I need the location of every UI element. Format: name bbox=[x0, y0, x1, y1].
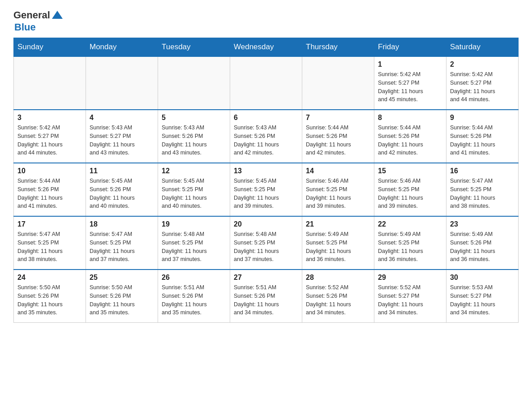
day-info-line: Daylight: 11 hours bbox=[378, 300, 442, 309]
day-info-line: Sunrise: 5:44 AM bbox=[378, 124, 442, 132]
day-info-line: Sunset: 5:25 PM bbox=[306, 185, 370, 194]
calendar-day-23: 23Sunrise: 5:49 AMSunset: 5:26 PMDayligh… bbox=[446, 216, 519, 270]
day-info-line: and 37 minutes. bbox=[234, 255, 298, 264]
day-number: 21 bbox=[306, 220, 370, 228]
day-header-tuesday: Tuesday bbox=[158, 38, 230, 57]
calendar-empty-cell bbox=[302, 56, 374, 110]
day-info-line: Sunrise: 5:52 AM bbox=[378, 283, 442, 292]
calendar-day-6: 6Sunrise: 5:43 AMSunset: 5:26 PMDaylight… bbox=[230, 110, 302, 163]
day-number: 5 bbox=[162, 114, 226, 122]
day-header-sunday: Sunday bbox=[14, 38, 86, 57]
day-info-line: and 45 minutes. bbox=[378, 95, 442, 104]
day-info-line: Sunset: 5:25 PM bbox=[234, 185, 298, 194]
calendar-day-9: 9Sunrise: 5:44 AMSunset: 5:26 PMDaylight… bbox=[446, 110, 519, 163]
day-info-line: Sunset: 5:26 PM bbox=[17, 185, 82, 194]
day-number: 25 bbox=[90, 274, 154, 282]
day-info-line: and 35 minutes. bbox=[162, 308, 226, 317]
day-info-line: Sunrise: 5:50 AM bbox=[17, 283, 82, 292]
calendar-day-26: 26Sunrise: 5:51 AMSunset: 5:26 PMDayligh… bbox=[158, 270, 230, 323]
day-info-line: Daylight: 11 hours bbox=[306, 141, 370, 149]
day-info-line: Daylight: 11 hours bbox=[234, 141, 298, 149]
calendar-day-19: 19Sunrise: 5:48 AMSunset: 5:25 PMDayligh… bbox=[158, 216, 230, 270]
calendar-day-22: 22Sunrise: 5:49 AMSunset: 5:25 PMDayligh… bbox=[374, 216, 446, 270]
calendar-day-10: 10Sunrise: 5:44 AMSunset: 5:26 PMDayligh… bbox=[14, 163, 86, 216]
day-info-line: and 41 minutes. bbox=[17, 202, 82, 210]
day-info-line: Daylight: 11 hours bbox=[17, 247, 82, 256]
calendar-day-13: 13Sunrise: 5:45 AMSunset: 5:25 PMDayligh… bbox=[230, 163, 302, 216]
day-info-line: and 39 minutes. bbox=[306, 202, 370, 210]
calendar-day-24: 24Sunrise: 5:50 AMSunset: 5:26 PMDayligh… bbox=[14, 270, 86, 323]
day-number: 18 bbox=[90, 220, 154, 228]
day-info-line: and 43 minutes. bbox=[90, 149, 154, 157]
day-info-line: Daylight: 11 hours bbox=[90, 247, 154, 256]
calendar-day-18: 18Sunrise: 5:47 AMSunset: 5:25 PMDayligh… bbox=[86, 216, 158, 270]
day-info-line: and 37 minutes. bbox=[90, 255, 154, 264]
day-info-line: and 40 minutes. bbox=[90, 202, 154, 210]
day-info-line: Sunset: 5:27 PM bbox=[17, 132, 82, 141]
day-info-line: Daylight: 11 hours bbox=[378, 247, 442, 256]
day-info-line: Sunset: 5:26 PM bbox=[234, 132, 298, 141]
day-info-line: Sunrise: 5:44 AM bbox=[17, 177, 82, 185]
day-info-line: Sunrise: 5:47 AM bbox=[90, 230, 154, 239]
calendar-week-row: 3Sunrise: 5:42 AMSunset: 5:27 PMDaylight… bbox=[14, 110, 519, 163]
day-info-line: Sunrise: 5:42 AM bbox=[17, 124, 82, 132]
calendar-week-row: 1Sunrise: 5:42 AMSunset: 5:27 PMDaylight… bbox=[14, 56, 519, 110]
day-number: 24 bbox=[17, 274, 82, 282]
day-info-line: and 38 minutes. bbox=[450, 202, 515, 210]
day-number: 1 bbox=[378, 60, 442, 68]
day-info-line: and 34 minutes. bbox=[234, 308, 298, 317]
calendar-week-row: 17Sunrise: 5:47 AMSunset: 5:25 PMDayligh… bbox=[14, 216, 519, 270]
day-info-line: Sunset: 5:26 PM bbox=[450, 132, 515, 141]
day-info-line: and 34 minutes. bbox=[450, 308, 515, 317]
day-info-line: and 42 minutes. bbox=[306, 149, 370, 157]
day-info-line: Sunrise: 5:51 AM bbox=[234, 283, 298, 292]
day-info-line: Sunrise: 5:48 AM bbox=[162, 230, 226, 239]
day-info-line: and 44 minutes. bbox=[450, 95, 515, 104]
day-info-line: Sunrise: 5:52 AM bbox=[306, 283, 370, 292]
day-info-line: and 38 minutes. bbox=[17, 255, 82, 264]
day-header-friday: Friday bbox=[374, 38, 446, 57]
day-info-line: Daylight: 11 hours bbox=[306, 300, 370, 309]
calendar-day-14: 14Sunrise: 5:46 AMSunset: 5:25 PMDayligh… bbox=[302, 163, 374, 216]
calendar-day-12: 12Sunrise: 5:45 AMSunset: 5:25 PMDayligh… bbox=[158, 163, 230, 216]
day-info-line: Sunset: 5:26 PM bbox=[90, 292, 154, 300]
day-number: 22 bbox=[378, 220, 442, 228]
day-info-line: Sunset: 5:25 PM bbox=[378, 239, 442, 247]
day-info-line: and 34 minutes. bbox=[306, 308, 370, 317]
calendar-day-7: 7Sunrise: 5:44 AMSunset: 5:26 PMDaylight… bbox=[302, 110, 374, 163]
day-info-line: Sunrise: 5:45 AM bbox=[162, 177, 226, 185]
day-info-line: and 42 minutes. bbox=[234, 149, 298, 157]
day-info-line: and 42 minutes. bbox=[378, 149, 442, 157]
day-number: 14 bbox=[306, 167, 370, 175]
day-number: 30 bbox=[450, 274, 515, 282]
day-info-line: Sunrise: 5:43 AM bbox=[90, 124, 154, 132]
day-info-line: and 36 minutes. bbox=[378, 255, 442, 264]
day-info-line: Sunrise: 5:45 AM bbox=[90, 177, 154, 185]
calendar-day-15: 15Sunrise: 5:46 AMSunset: 5:25 PMDayligh… bbox=[374, 163, 446, 216]
day-info-line: Sunset: 5:26 PM bbox=[162, 132, 226, 141]
calendar-day-4: 4Sunrise: 5:43 AMSunset: 5:27 PMDaylight… bbox=[86, 110, 158, 163]
day-header-thursday: Thursday bbox=[302, 38, 374, 57]
day-info-line: Sunrise: 5:46 AM bbox=[306, 177, 370, 185]
svg-marker-0 bbox=[52, 11, 63, 19]
day-info-line: Sunrise: 5:44 AM bbox=[306, 124, 370, 132]
day-info-line: Sunset: 5:25 PM bbox=[162, 239, 226, 247]
day-info-line: and 40 minutes. bbox=[162, 202, 226, 210]
day-number: 27 bbox=[234, 274, 298, 282]
calendar-week-row: 10Sunrise: 5:44 AMSunset: 5:26 PMDayligh… bbox=[14, 163, 519, 216]
day-info-line: Sunset: 5:25 PM bbox=[162, 185, 226, 194]
day-number: 12 bbox=[162, 167, 226, 175]
day-info-line: Sunset: 5:26 PM bbox=[90, 185, 154, 194]
day-info-line: and 36 minutes. bbox=[450, 255, 515, 264]
calendar-day-21: 21Sunrise: 5:49 AMSunset: 5:25 PMDayligh… bbox=[302, 216, 374, 270]
calendar-empty-cell bbox=[14, 56, 86, 110]
day-info-line: Daylight: 11 hours bbox=[450, 87, 515, 96]
day-info-line: Sunset: 5:26 PM bbox=[17, 292, 82, 300]
day-number: 15 bbox=[378, 167, 442, 175]
day-number: 8 bbox=[378, 114, 442, 122]
day-number: 17 bbox=[17, 220, 82, 228]
calendar-day-25: 25Sunrise: 5:50 AMSunset: 5:26 PMDayligh… bbox=[86, 270, 158, 323]
day-info-line: Daylight: 11 hours bbox=[234, 247, 298, 256]
calendar-day-2: 2Sunrise: 5:42 AMSunset: 5:27 PMDaylight… bbox=[446, 56, 519, 110]
day-info-line: Sunset: 5:25 PM bbox=[17, 239, 82, 247]
